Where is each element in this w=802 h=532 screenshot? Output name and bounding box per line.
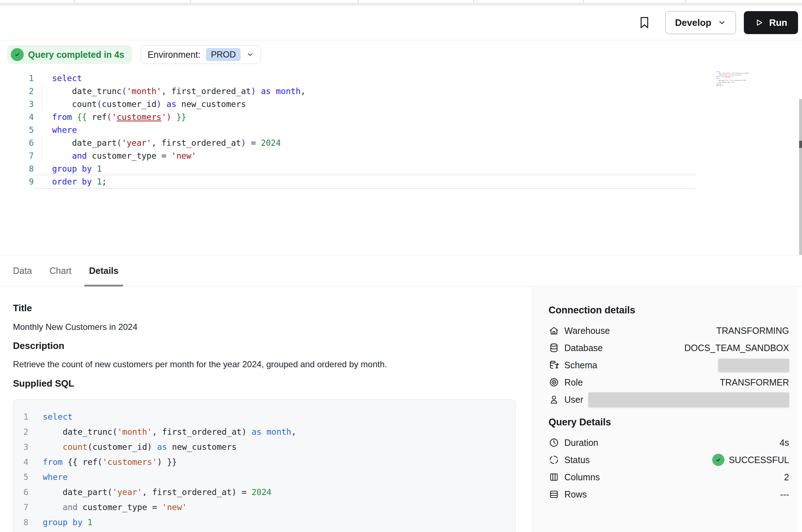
code-line[interactable]: 9order by 1; (0, 175, 695, 188)
detail-label: Rows (564, 489, 587, 500)
rows-icon (549, 489, 559, 500)
environment-label: Environment: (148, 50, 200, 60)
scrollbar-thumb[interactable] (799, 141, 802, 148)
sql-editor[interactable]: 1select2 date_trunc('month', first_order… (0, 72, 695, 188)
bookmark-icon (637, 15, 652, 30)
code-line: 8group by 1 (18, 515, 515, 530)
detail-row-schema: Schema (549, 356, 789, 374)
query-status-text: Query completed in 4s (28, 50, 124, 60)
line-number: 4 (0, 111, 34, 123)
supplied-sql-block: 1select2 date_trunc('month', first_order… (13, 399, 516, 532)
chevron-down-icon (718, 18, 726, 27)
query-details-rows: Duration4sStatusSUCCESSFULColumns2Rows--… (549, 434, 789, 503)
code-line[interactable]: 7 and customer_type = 'new' (0, 149, 695, 162)
detail-value: TRANSFORMER (720, 377, 789, 388)
line-number: 8 (0, 162, 34, 175)
detail-value: 2 (784, 472, 789, 482)
run-button[interactable]: Run (744, 11, 798, 34)
code-line: 9order by 1; (18, 530, 515, 532)
code-line[interactable]: 8group by 1 (0, 162, 695, 175)
code-line[interactable]: 5where (0, 123, 695, 136)
tab-chart[interactable]: Chart (45, 255, 76, 286)
code-line: 7 and customer_type = 'new' (18, 500, 515, 515)
play-icon (755, 18, 764, 27)
line-number: 2 (0, 85, 34, 98)
code-line: 3 count(customer_id) as new_customers (18, 439, 515, 454)
columns-icon (549, 472, 559, 482)
line-number: 8 (18, 515, 28, 530)
query-status-pill: Query completed in 4s (7, 45, 132, 64)
detail-row-warehouse: WarehouseTRANSFORMING (549, 322, 789, 339)
line-number: 7 (18, 500, 28, 515)
detail-label: Columns (564, 472, 600, 482)
line-number: 3 (0, 98, 34, 111)
bookmark-button[interactable] (637, 15, 652, 31)
line-number: 9 (0, 175, 34, 188)
results-tabbar: DataChartDetails (0, 255, 802, 287)
environment-dropdown[interactable]: Environment: PROD (141, 45, 261, 64)
develop-label: Develop (675, 17, 711, 28)
detail-value: 4s (780, 438, 789, 448)
toolbar: Develop Run (0, 5, 802, 40)
code-line: 2 date_trunc('month', first_ordered_at) … (18, 424, 515, 439)
connection-details-heading: Connection details (549, 305, 635, 316)
success-check-icon (712, 454, 724, 466)
detail-value: DOCS_TEAM_SANDBOX (684, 343, 789, 353)
status-bar: Query completed in 4s Environment: PROD (7, 45, 261, 64)
code-line[interactable]: 2 date_trunc('month', first_ordered_at) … (0, 85, 695, 98)
line-number: 5 (18, 470, 28, 485)
code-line: 6 date_part('year', first_ordered_at) = … (18, 485, 515, 500)
line-number: 4 (18, 454, 28, 470)
detail-label: Warehouse (564, 326, 610, 336)
status-icon (549, 454, 559, 465)
detail-value: TRANSFORMING (716, 326, 789, 336)
code-line: 1select (18, 409, 515, 424)
detail-row-columns: Columns2 (549, 468, 789, 486)
description-label: Description (13, 340, 64, 351)
detail-label: Database (564, 343, 603, 353)
line-number: 7 (0, 149, 34, 162)
line-number: 5 (0, 123, 34, 136)
check-circle-icon (11, 48, 24, 61)
tab-details[interactable]: Details (84, 255, 123, 286)
detail-row-database: DatabaseDOCS_TEAM_SANDBOX (549, 339, 789, 356)
redacted-value (588, 392, 789, 407)
code-line[interactable]: 3 count(customer_id) as new_customers (0, 98, 695, 111)
code-line: 4from {{ ref('customers') }} (18, 454, 515, 470)
line-number: 1 (18, 409, 28, 424)
code-line[interactable]: 6 date_part('year', first_ordered_at) = … (0, 136, 695, 149)
code-line: 9order by 1; (716, 85, 749, 87)
detail-label: User (564, 395, 583, 405)
line-number: 6 (0, 136, 34, 149)
line-number: 9 (18, 530, 28, 532)
code-line[interactable]: 4from {{ ref('customers') }} (0, 111, 695, 123)
warehouse-icon (549, 325, 559, 336)
chevron-down-icon (246, 51, 254, 59)
redacted-value (718, 359, 789, 372)
tabstrip-shadow (0, 3, 802, 5)
run-label: Run (769, 17, 787, 28)
tab-data[interactable]: Data (8, 255, 37, 286)
supplied-sql-label: Supplied SQL (13, 378, 74, 389)
detail-row-status: StatusSUCCESSFUL (549, 451, 789, 468)
line-number: 2 (18, 424, 28, 439)
detail-row-rows: Rows--- (549, 486, 789, 503)
schema-icon (549, 360, 559, 370)
title-label: Title (13, 303, 32, 314)
environment-badge: PROD (206, 48, 240, 61)
editor-minimap[interactable]: 1select2 date_trunc('month', first_order… (716, 71, 749, 87)
line-number: 6 (18, 485, 28, 500)
detail-label: Role (564, 377, 583, 388)
detail-label: Status (564, 455, 590, 465)
detail-value: --- (780, 489, 789, 500)
detail-label: Duration (564, 438, 598, 448)
user-icon (549, 394, 559, 405)
develop-dropdown[interactable]: Develop (665, 11, 736, 34)
title-value: Monthly New Customers in 2024 (13, 322, 137, 332)
detail-label: Schema (564, 360, 597, 370)
line-number: 1 (0, 72, 34, 85)
code-line[interactable]: 1select (0, 72, 695, 85)
detail-value: SUCCESSFUL (712, 454, 789, 466)
connection-details-rows: WarehouseTRANSFORMINGDatabaseDOCS_TEAM_S… (549, 322, 789, 408)
role-icon (549, 377, 559, 388)
